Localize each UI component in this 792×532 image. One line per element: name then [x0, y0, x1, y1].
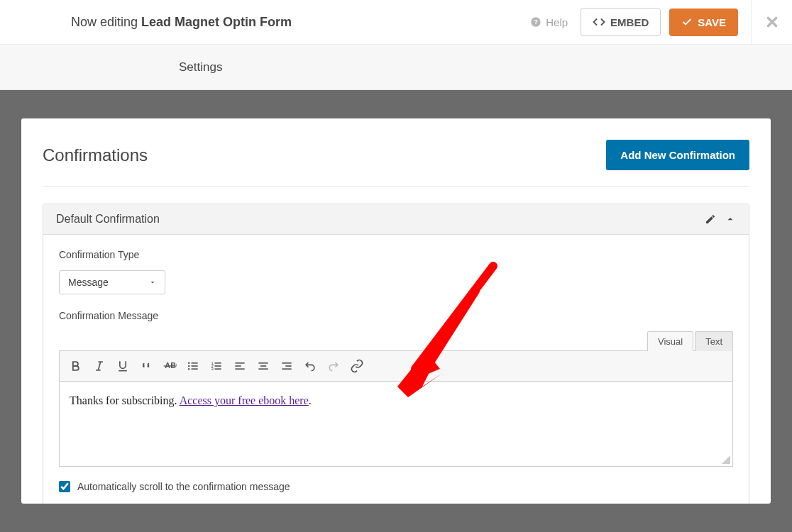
- message-link[interactable]: Access your free ebook here: [180, 394, 309, 406]
- resize-handle[interactable]: [720, 453, 731, 465]
- save-button[interactable]: SAVE: [669, 9, 738, 36]
- svg-point-8: [188, 362, 190, 364]
- svg-point-9: [188, 365, 190, 367]
- collapse-icon[interactable]: [725, 214, 736, 225]
- bullet-list-button[interactable]: [182, 355, 204, 377]
- numbered-list-button[interactable]: 123: [206, 355, 227, 377]
- title-form-name: Lead Magnet Optin Form: [141, 15, 292, 29]
- save-label: SAVE: [698, 16, 726, 28]
- add-confirmation-button[interactable]: Add New Confirmation: [606, 140, 749, 170]
- embed-button[interactable]: EMBED: [581, 8, 661, 36]
- svg-point-10: [188, 368, 190, 370]
- page-title: Now editing Lead Magnet Optin Form: [71, 15, 530, 30]
- svg-text:ABC: ABC: [165, 361, 177, 370]
- code-icon: [593, 16, 605, 28]
- confirmation-type-label: Confirmation Type: [59, 249, 733, 260]
- accordion-title: Default Confirmation: [56, 213, 160, 226]
- title-prefix: Now editing: [71, 15, 138, 29]
- svg-text:3: 3: [211, 367, 214, 371]
- close-button[interactable]: [751, 0, 792, 45]
- svg-line-4: [98, 362, 100, 370]
- italic-button[interactable]: [89, 355, 110, 377]
- help-icon: ?: [530, 16, 541, 28]
- message-editor[interactable]: Thanks for subscribing. Access your free…: [59, 382, 733, 467]
- message-text-part1: Thanks for subscribing.: [70, 394, 180, 406]
- embed-label: EMBED: [610, 16, 649, 28]
- svg-text:?: ?: [534, 18, 538, 26]
- underline-button[interactable]: [112, 355, 133, 377]
- link-button[interactable]: [346, 355, 368, 377]
- tab-text[interactable]: Text: [695, 331, 733, 351]
- edit-icon[interactable]: [705, 214, 716, 225]
- tab-visual[interactable]: Visual: [647, 331, 693, 351]
- message-text-suffix: .: [309, 394, 312, 406]
- align-left-button[interactable]: [229, 355, 251, 377]
- strikethrough-button[interactable]: ABC: [159, 355, 180, 377]
- undo-button[interactable]: [299, 355, 321, 377]
- align-center-button[interactable]: [253, 355, 274, 377]
- help-label: Help: [546, 16, 568, 28]
- blockquote-button[interactable]: [136, 355, 157, 377]
- close-icon: [764, 14, 780, 30]
- auto-scroll-label: Automatically scroll to the confirmation…: [77, 481, 290, 492]
- panel-title: Confirmations: [43, 145, 148, 165]
- confirmation-type-select[interactable]: Message: [59, 270, 165, 294]
- editor-toolbar: ABC 123: [59, 350, 733, 382]
- confirmation-accordion: Default Confirmation Confirmation Type M…: [43, 204, 749, 504]
- help-link[interactable]: ? Help: [530, 16, 568, 28]
- subbar-title: Settings: [179, 60, 222, 74]
- check-icon: [681, 16, 693, 28]
- accordion-header[interactable]: Default Confirmation: [43, 204, 749, 235]
- redo-button[interactable]: [323, 355, 344, 377]
- auto-scroll-checkbox[interactable]: [59, 481, 70, 492]
- bold-button[interactable]: [65, 355, 87, 377]
- confirmation-message-label: Confirmation Message: [59, 310, 733, 321]
- align-right-button[interactable]: [276, 355, 297, 377]
